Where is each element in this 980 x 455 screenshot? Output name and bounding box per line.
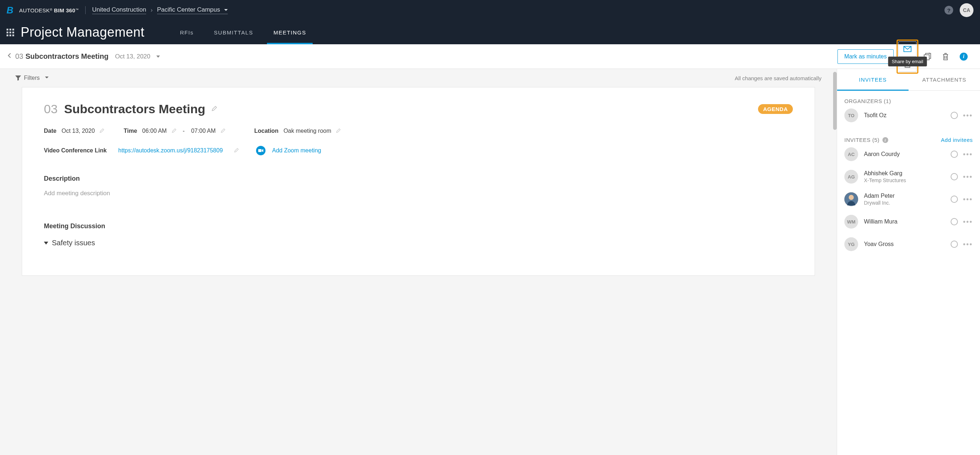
- info-icon[interactable]: i: [883, 137, 888, 143]
- content-column: Filters All changes are saved automatica…: [0, 69, 837, 455]
- agenda-badge: AGENDA: [758, 104, 793, 114]
- person-name: Adam Peter: [864, 192, 894, 199]
- breadcrumb-project[interactable]: Pacific Center Campus: [157, 6, 228, 14]
- more-actions-button[interactable]: •••: [963, 175, 973, 178]
- info-button[interactable]: i: [955, 49, 973, 64]
- discussion-topic[interactable]: Safety issues: [44, 239, 793, 247]
- tab-rfis[interactable]: RFIs: [170, 20, 204, 44]
- pencil-icon: [172, 129, 176, 133]
- avatar-initials: AG: [844, 170, 858, 184]
- avatar-initials: YG: [844, 237, 858, 251]
- add-invitees-link[interactable]: Add invitees: [941, 137, 973, 143]
- breadcrumb-project-label: Pacific Center Campus: [157, 6, 220, 13]
- autosave-text: All changes are saved automatically: [735, 75, 821, 81]
- tab-invitees[interactable]: INVITEES: [837, 69, 908, 90]
- time-start: 06:00 AM: [142, 128, 167, 134]
- invitees-heading-label: INVITEES (5): [844, 137, 880, 143]
- pencil-icon: [336, 129, 340, 133]
- help-icon[interactable]: ?: [945, 6, 953, 14]
- body: Filters All changes are saved automatica…: [0, 69, 980, 455]
- video-link[interactable]: https://autodesk.zoom.us/j/91823175809: [118, 147, 223, 154]
- attendance-toggle[interactable]: [951, 218, 958, 225]
- organizers-heading: ORGANIZERS (1): [844, 98, 973, 104]
- module-tabs: RFIs SUBMITTALS MEETINGS: [170, 20, 316, 44]
- share-tooltip: Share by email: [888, 57, 927, 67]
- attendance-toggle[interactable]: [951, 112, 958, 119]
- tm-mark: ™: [75, 8, 79, 12]
- filters-label: Filters: [24, 75, 40, 81]
- person-row: YGYoav Gross•••: [844, 233, 973, 255]
- pencil-icon: [100, 129, 104, 133]
- caret-down-icon: [156, 56, 160, 58]
- attendance-toggle[interactable]: [951, 240, 958, 248]
- more-actions-button[interactable]: •••: [963, 242, 973, 246]
- meta-row: Date Oct 13, 2020 Time 06:00 AM - 07:00 …: [44, 128, 793, 134]
- more-actions-button[interactable]: •••: [963, 220, 973, 224]
- app-switcher-icon[interactable]: [6, 29, 14, 36]
- person-row: WMWilliam Mura•••: [844, 210, 973, 233]
- person-name: Tsofit Oz: [864, 112, 886, 119]
- scrollbar[interactable]: [833, 72, 837, 130]
- meeting-title: Subcontractors Meeting: [25, 52, 108, 60]
- filters-button[interactable]: Filters: [15, 75, 49, 81]
- trash-icon: [942, 52, 950, 60]
- meta-location: Location Oak meeting room: [254, 128, 340, 134]
- date-dropdown-label: Oct 13, 2020: [115, 53, 150, 60]
- back-button[interactable]: [7, 51, 15, 62]
- add-zoom-link[interactable]: Add Zoom meeting: [272, 147, 321, 154]
- attendance-toggle[interactable]: [951, 151, 958, 158]
- description-heading: Description: [44, 175, 793, 183]
- edit-time-start-button[interactable]: [172, 128, 176, 134]
- edit-date-button[interactable]: [100, 128, 104, 134]
- tab-submittals[interactable]: SUBMITTALS: [204, 20, 263, 44]
- person-name: William Mura: [864, 218, 897, 225]
- breadcrumb: United Construction › Pacific Center Cam…: [92, 6, 228, 14]
- more-actions-button[interactable]: •••: [963, 114, 973, 117]
- module-title: Project Management: [21, 25, 144, 40]
- person-company: Drywall Inc.: [864, 200, 894, 206]
- module-header: Project Management RFIs SUBMITTALS MEETI…: [0, 20, 980, 44]
- user-avatar[interactable]: CA: [960, 3, 974, 17]
- caret-down-icon: [45, 76, 49, 78]
- person-company: X-Temp Structures: [864, 177, 906, 183]
- person-name: Aaron Courdy: [864, 151, 900, 158]
- avatar-photo: [844, 192, 858, 206]
- time-end: 07:00 AM: [191, 128, 216, 134]
- triangle-down-icon: [44, 242, 48, 245]
- mark-as-minutes-button[interactable]: Mark as minutes: [837, 49, 894, 64]
- person-info: Abhishek GargX-Temp Structures: [864, 170, 906, 183]
- avatar-initials: AC: [844, 147, 858, 161]
- person-info: Yoav Gross: [864, 241, 894, 247]
- delete-button[interactable]: [937, 49, 955, 64]
- more-actions-button[interactable]: •••: [963, 197, 973, 201]
- description-placeholder[interactable]: Add meeting description: [44, 190, 793, 197]
- date-value: Oct 13, 2020: [62, 128, 95, 134]
- reg-mark: ®: [50, 8, 52, 12]
- person-row: ACAaron Courdy•••: [844, 143, 973, 165]
- person-info: William Mura: [864, 218, 897, 225]
- tab-attachments[interactable]: ATTACHMENTS: [908, 69, 980, 90]
- meta-time: Time 06:00 AM - 07:00 AM: [124, 128, 254, 134]
- edit-location-button[interactable]: [336, 128, 340, 134]
- attendance-toggle[interactable]: [951, 173, 958, 180]
- attendance-toggle[interactable]: [951, 196, 958, 203]
- edit-link-button[interactable]: [234, 147, 239, 154]
- location-value: Oak meeting room: [284, 128, 331, 134]
- organizers-section: ORGANIZERS (1) TOTsofit Oz•••: [837, 91, 980, 129]
- discussion-heading: Meeting Discussion: [44, 223, 793, 230]
- video-link-row: Video Conference Link https://autodesk.z…: [44, 146, 793, 155]
- edit-time-end-button[interactable]: [221, 128, 225, 134]
- side-tabs: INVITEES ATTACHMENTS: [837, 69, 980, 91]
- page-bar: 03 Subcontractors Meeting Oct 13, 2020 M…: [0, 44, 980, 69]
- tab-meetings[interactable]: MEETINGS: [263, 20, 316, 44]
- more-actions-button[interactable]: •••: [963, 153, 973, 156]
- breadcrumb-org[interactable]: United Construction: [92, 6, 146, 14]
- date-dropdown[interactable]: Oct 13, 2020: [115, 53, 159, 60]
- share-by-email-button[interactable]: [898, 41, 916, 57]
- caret-down-icon: [224, 9, 228, 11]
- chevron-left-icon: [7, 52, 12, 59]
- brand-autodesk: AUTODESK: [19, 7, 50, 13]
- envelope-icon: [904, 45, 912, 53]
- global-header: B AUTODESK® BIM 360™ United Construction…: [0, 0, 980, 20]
- edit-title-button[interactable]: [212, 106, 217, 112]
